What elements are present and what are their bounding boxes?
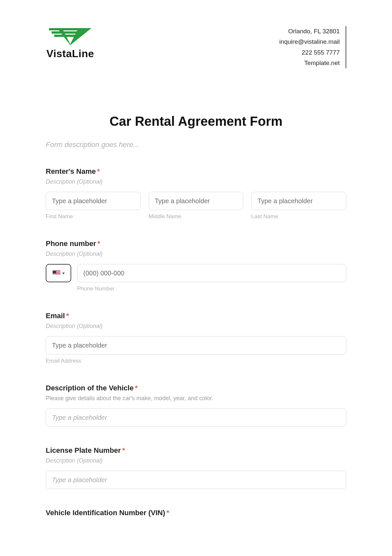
chevron-down-icon: ▾ bbox=[62, 270, 65, 276]
phone-input[interactable] bbox=[77, 264, 346, 282]
renter-name-desc: Description (Optional) bbox=[46, 178, 346, 185]
vehicle-desc-label: Description of the Vehicle* bbox=[46, 384, 346, 392]
phone-label: Phone number* bbox=[46, 239, 346, 248]
vin-label: Vehicle Identification Number (VIN)* bbox=[46, 509, 346, 517]
contact-block: Orlando, FL 32801 inquire@vistaline.mail… bbox=[279, 26, 346, 68]
renter-name-label: Renter's Name* bbox=[46, 167, 346, 176]
brand-block: VistaLine bbox=[46, 26, 95, 60]
last-name-input[interactable] bbox=[251, 192, 346, 210]
email-desc: Description (Optional) bbox=[46, 323, 346, 330]
required-marker: * bbox=[167, 509, 170, 517]
field-license-plate: License Plate Number* Description (Optio… bbox=[46, 446, 346, 489]
field-vin: Vehicle Identification Number (VIN)* bbox=[46, 509, 346, 517]
plate-input[interactable] bbox=[46, 471, 346, 489]
field-vehicle-description: Description of the Vehicle* Please give … bbox=[46, 384, 346, 427]
email-sublabel: Email Address bbox=[46, 358, 346, 364]
page-title: Car Rental Agreement Form bbox=[46, 114, 346, 129]
brand-name: VistaLine bbox=[46, 48, 94, 60]
svg-rect-0 bbox=[49, 28, 78, 30]
field-email: Email* Description (Optional) Email Addr… bbox=[46, 312, 346, 364]
form-description: Form description goes here... bbox=[46, 140, 346, 149]
phone-sublabel: Phone Number bbox=[77, 286, 346, 292]
required-marker: * bbox=[97, 239, 100, 248]
vehicle-desc-desc: Please give details about the car's make… bbox=[46, 395, 346, 402]
plate-label: License Plate Number* bbox=[46, 446, 346, 455]
middle-name-sublabel: Middle Name bbox=[149, 213, 244, 220]
field-renter-name: Renter's Name* Description (Optional) Fi… bbox=[46, 167, 346, 220]
email-label-text: Email bbox=[46, 312, 65, 320]
first-name-sublabel: First Name bbox=[46, 213, 141, 220]
renter-name-label-text: Renter's Name bbox=[46, 167, 96, 175]
contact-address: Orlando, FL 32801 bbox=[279, 26, 340, 37]
email-input[interactable] bbox=[46, 336, 346, 354]
plate-label-text: License Plate Number bbox=[46, 446, 121, 454]
middle-name-input[interactable] bbox=[149, 192, 244, 210]
first-name-input[interactable] bbox=[46, 192, 141, 210]
phone-desc: Description (Optional) bbox=[46, 251, 346, 257]
logo-icon bbox=[46, 26, 95, 46]
us-flag-icon bbox=[53, 270, 60, 276]
vin-label-text: Vehicle Identification Number (VIN) bbox=[46, 509, 165, 517]
plate-desc: Description (Optional) bbox=[46, 457, 346, 464]
vehicle-desc-label-text: Description of the Vehicle bbox=[46, 384, 134, 392]
last-name-sublabel: Last Name bbox=[251, 213, 346, 220]
required-marker: * bbox=[135, 384, 138, 392]
field-phone: Phone number* Description (Optional) ▾ P… bbox=[46, 239, 346, 292]
country-code-select[interactable]: ▾ bbox=[46, 264, 71, 282]
required-marker: * bbox=[122, 446, 125, 454]
contact-email: inquire@vistaline.mail bbox=[279, 37, 340, 47]
vehicle-desc-input[interactable] bbox=[46, 408, 346, 427]
contact-site: Template.net bbox=[279, 58, 340, 68]
phone-label-text: Phone number bbox=[46, 239, 96, 248]
email-label: Email* bbox=[46, 312, 346, 320]
required-marker: * bbox=[66, 312, 69, 320]
contact-phone: 222 555 7777 bbox=[279, 47, 340, 58]
required-marker: * bbox=[97, 167, 100, 175]
header: VistaLine Orlando, FL 32801 inquire@vist… bbox=[46, 26, 346, 68]
